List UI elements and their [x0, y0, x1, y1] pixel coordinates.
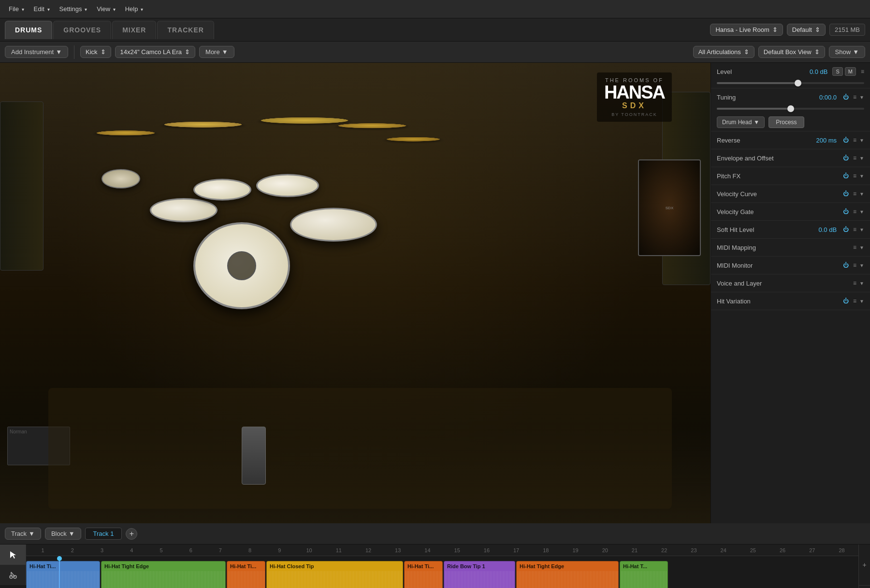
clip-waveform: [267, 571, 403, 588]
more-button[interactable]: More▼: [199, 46, 234, 58]
midi-monitor-power-icon[interactable]: ⏻: [841, 261, 850, 270]
select-tool[interactable]: [0, 545, 26, 565]
menu-item-help[interactable]: Help ▾: [121, 3, 147, 14]
level-menu-icon[interactable]: ≡: [861, 68, 864, 75]
cut-tool[interactable]: [0, 565, 26, 585]
show-button[interactable]: Show▼: [829, 46, 865, 58]
midi-monitor-expand-icon[interactable]: ▼: [859, 263, 864, 268]
timeline-tracks: Hi-Hat Ti...IntroHi-Hat Tight EdgeVerseH…: [26, 556, 858, 588]
track-clip[interactable]: Hi-Hat T...Verse: [620, 561, 668, 588]
tuning-power-icon[interactable]: ⏻: [841, 93, 850, 101]
instrument-arrows-icon: ⇕: [101, 48, 106, 56]
hit-variation-power-icon[interactable]: ⏻: [841, 297, 850, 305]
ruler-mark-22: 22: [650, 547, 679, 553]
drum-head-button[interactable]: Drum Head ▼: [717, 116, 765, 128]
add-instrument-label: Add Instrument: [11, 48, 54, 56]
tuning-row: Tuning 0:00.0 ⏻ ≡ ▼: [711, 88, 870, 106]
midi-mapping-expand-icon[interactable]: ▼: [859, 245, 864, 250]
drum-head-row: Drum Head ▼ Process: [711, 114, 870, 131]
s-button[interactable]: S: [832, 67, 842, 76]
track-clip[interactable]: Hi-Hat Ti...Intro: [26, 561, 100, 588]
tuning-slider-thumb[interactable]: [787, 105, 794, 112]
velocity-curve-label: Velocity Curve: [717, 190, 839, 198]
voice-layer-menu-icon[interactable]: ≡: [853, 280, 856, 287]
add-track-button[interactable]: +: [126, 528, 137, 540]
zoom-in-button[interactable]: +: [859, 545, 870, 586]
voice-layer-row: Voice and Layer ≡ ▼: [711, 274, 870, 292]
menu-bar: // Will be rendered by JS below File ▾Ed…: [0, 0, 870, 18]
soft-hit-menu-icon[interactable]: ≡: [853, 226, 856, 233]
track-clip[interactable]: Hi-Hat Ti...Fill: [404, 561, 443, 588]
track-clip[interactable]: Hi-Hat Tight EdgeVerse: [101, 561, 226, 588]
box-view-selector[interactable]: Default Box View⇕: [758, 46, 825, 58]
m-button[interactable]: M: [845, 67, 856, 76]
velocity-gate-expand-icon[interactable]: ▼: [859, 209, 864, 215]
reverse-power-icon[interactable]: ⏻: [841, 136, 850, 144]
soft-hit-power-icon[interactable]: ⏻: [841, 225, 850, 234]
midi-monitor-label: MIDI Monitor: [717, 262, 839, 269]
view-selector[interactable]: Default⇕: [787, 24, 826, 36]
soft-hit-value: 0.0 dB: [818, 226, 837, 233]
tuning-menu-icon[interactable]: ≡: [853, 94, 856, 100]
reverse-expand-icon[interactable]: ▼: [859, 138, 864, 143]
articulations-label: All Articulations: [698, 48, 741, 56]
track-clip[interactable]: Hi-Hat Tight EdgeFill: [516, 561, 619, 588]
track-clip[interactable]: Ride Bow Tip 1Chorus: [444, 561, 515, 588]
nav-tab-mixer[interactable]: MIXER: [112, 21, 156, 39]
envelope-menu-icon[interactable]: ≡: [853, 155, 856, 161]
track-button[interactable]: Track ▼: [5, 528, 41, 540]
nav-tab-drums[interactable]: DRUMS: [5, 21, 52, 39]
envelope-power-icon[interactable]: ⏻: [841, 154, 850, 162]
velocity-curve-menu-icon[interactable]: ≡: [853, 190, 856, 197]
instrument-selector[interactable]: Kick⇕: [80, 46, 111, 58]
velocity-curve-power-icon[interactable]: ⏻: [841, 189, 850, 198]
track-clip[interactable]: Hi-Hat Ti...Fill: [227, 561, 265, 588]
pitch-fx-expand-icon[interactable]: ▼: [859, 173, 864, 179]
block-button[interactable]: Block ▼: [45, 528, 81, 540]
clip-waveform: [517, 571, 618, 588]
velocity-gate-power-icon[interactable]: ⏻: [841, 207, 850, 216]
hit-variation-menu-icon[interactable]: ≡: [853, 298, 856, 304]
envelope-expand-icon[interactable]: ▼: [859, 156, 864, 161]
block-label: Block: [51, 530, 67, 537]
menu-item-edit[interactable]: Edit ▾: [30, 3, 54, 14]
nav-tab-tracker[interactable]: TRACKER: [157, 21, 214, 39]
tuning-slider-track[interactable]: [717, 108, 864, 110]
hit-variation-expand-icon[interactable]: ▼: [859, 299, 864, 304]
sample-selector[interactable]: 14x24" Camco LA Era⇕: [115, 46, 195, 58]
menu-item-file[interactable]: File ▾: [5, 3, 28, 14]
more-label: More: [205, 48, 220, 56]
soft-hit-expand-icon[interactable]: ▼: [859, 227, 864, 232]
speaker-cabinet-left: [0, 101, 44, 271]
soft-hit-row: Soft Hit Level 0.0 dB ⏻ ≡ ▼: [711, 221, 870, 238]
tuning-expand-icon[interactable]: ▼: [859, 95, 864, 100]
track-clip[interactable]: Hi-Hat Closed TipPre Chorus: [266, 561, 403, 588]
velocity-gate-menu-icon[interactable]: ≡: [853, 208, 856, 215]
sample-name: 14x24" Camco LA Era: [120, 48, 182, 56]
add-instrument-arrow: ▼: [56, 48, 62, 56]
midi-mapping-menu-icon[interactable]: ≡: [853, 244, 856, 251]
zoom-out-button[interactable]: −: [859, 586, 870, 588]
midi-monitor-menu-icon[interactable]: ≡: [853, 262, 856, 269]
level-slider-thumb[interactable]: [795, 80, 801, 86]
ruler-mark-2: 2: [58, 547, 87, 553]
timeline-main: 1234567891011121314151617181920212223242…: [26, 545, 858, 588]
menu-item-settings[interactable]: Settings ▾: [56, 3, 91, 14]
level-slider-track[interactable]: [717, 82, 864, 84]
reverse-menu-icon[interactable]: ≡: [853, 137, 856, 143]
add-instrument-button[interactable]: Add Instrument▼: [5, 46, 68, 58]
reverse-value: 200 ms: [816, 137, 837, 144]
nav-tabs: DRUMSGROOVESMIXERTRACKERHansa - Live Roo…: [0, 18, 870, 42]
kit-selector[interactable]: Hansa - Live Room⇕: [710, 24, 783, 36]
pitch-fx-menu-icon[interactable]: ≡: [853, 172, 856, 179]
box-arrows-icon: ⇕: [814, 48, 820, 56]
process-button[interactable]: Process: [768, 116, 804, 128]
nav-tab-grooves[interactable]: GROOVES: [53, 21, 111, 39]
level-section: Level 0.0 dB S M ≡: [711, 63, 870, 88]
pitch-fx-power-icon[interactable]: ⏻: [841, 172, 850, 180]
velocity-curve-expand-icon[interactable]: ▼: [859, 191, 864, 197]
voice-layer-expand-icon[interactable]: ▼: [859, 281, 864, 286]
articulations-selector[interactable]: All Articulations⇕: [693, 46, 754, 58]
menu-item-view[interactable]: View ▾: [93, 3, 119, 14]
menu-arrow-icon: ▾: [113, 7, 116, 12]
